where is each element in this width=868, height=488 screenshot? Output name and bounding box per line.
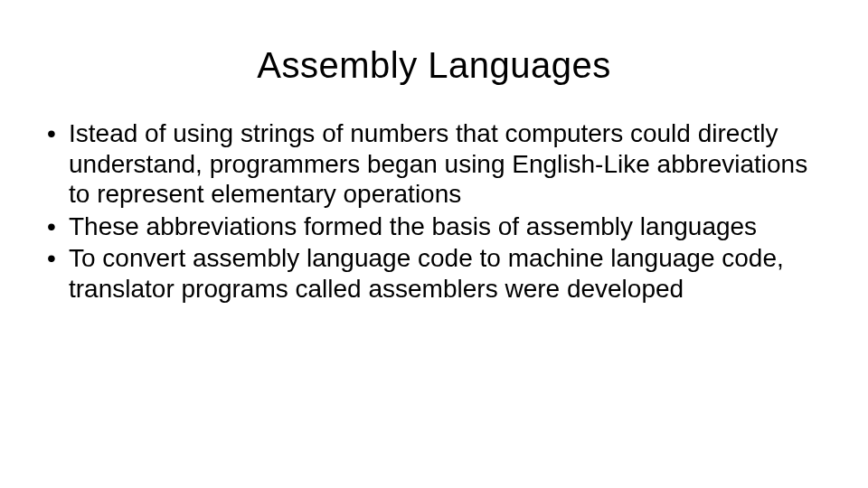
bullet-item: These abbreviations formed the basis of … [43, 211, 832, 242]
bullet-list: Istead of using strings of numbers that … [43, 118, 832, 305]
slide-container: Assembly Languages Istead of using strin… [0, 0, 868, 488]
bullet-item: To convert assembly language code to mac… [43, 243, 832, 304]
slide-content: Istead of using strings of numbers that … [36, 118, 832, 305]
slide-title: Assembly Languages [36, 45, 832, 86]
bullet-item: Istead of using strings of numbers that … [43, 118, 832, 210]
